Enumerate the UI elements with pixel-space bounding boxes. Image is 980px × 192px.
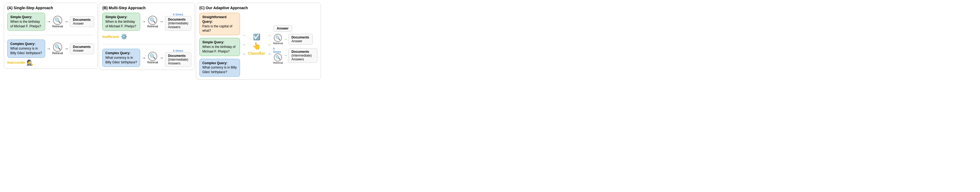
simple-query-box-b: Simple Query: When is the birthday of Mi… <box>102 13 140 30</box>
c-queries: Straightforward Query: Paris is the capi… <box>199 13 240 77</box>
section-a-row1: Simple Query: When is the birthday of Mi… <box>7 13 94 30</box>
detective-icon: 🕵️ <box>27 59 33 66</box>
simple-query-text-b: When is the birthday of Michael F. Phelp… <box>105 20 136 28</box>
straightforward-query-label-c: Straightforward Query: <box>202 15 237 24</box>
ans-b1: (Intermediate) Answers <box>168 21 188 29</box>
arrow-b2b: → <box>159 56 164 61</box>
arrow-b1: → <box>142 19 146 24</box>
retrieval-icon-c3: 🔍 <box>274 53 282 61</box>
simple-query-label-a: Simple Query: <box>10 15 42 19</box>
simple-query-label-b: Simple Query: <box>105 15 137 19</box>
complex-query-box-c: Complex Query: What currency is in Billy… <box>199 59 240 77</box>
classifier-label: Classifier <box>248 51 265 56</box>
result-box-a1: Documents Answer <box>70 16 94 27</box>
ans-c2: Answer <box>291 39 302 43</box>
complex-query-text-a: What currency is in Billy Giles' birthpl… <box>10 46 42 55</box>
retrieval-icon-c2: 🔍 <box>274 34 282 42</box>
arrow-c2-out: → <box>284 37 287 41</box>
section-a-title: (A) Single-Step Approach <box>7 6 94 10</box>
docs-b1: Documents <box>168 18 188 21</box>
result-box-b2: Documents (Intermediate) Answers <box>165 52 191 67</box>
section-b-rows: Simple Query: When is the birthday of Mi… <box>102 13 191 67</box>
arrow-a2: → <box>46 46 51 51</box>
docs-a1: Documents <box>73 18 91 22</box>
arrow-c-out-blue: → <box>267 52 271 56</box>
complex-query-box-b: Complex Query: What currency is in Billy… <box>102 49 140 67</box>
complex-query-label-a: Complex Query: <box>10 42 42 46</box>
c-outputs: Answer 🔍 Retrieval → Documents Answer <box>273 25 317 64</box>
loop-label-b2: k times <box>173 49 183 52</box>
complex-query-label-c: Complex Query: <box>202 61 237 66</box>
retrieval-c2: 🔍 Retrieval <box>273 34 283 45</box>
complex-query-box-a: Complex Query: What currency is in Billy… <box>7 40 45 58</box>
retrieval-b2: 🔍 Retrieval <box>147 52 158 64</box>
retrieval-label-a2: Retrieval <box>52 52 63 55</box>
result-box-c3: Documents (Intermediate) Answers <box>288 48 317 63</box>
answer-label-c1: Answer <box>277 27 288 30</box>
simple-query-text-c: When is the birthday of Michael F. Phelp… <box>202 45 235 53</box>
retrieval-label-a1: Retrieval <box>52 25 63 28</box>
retrieval-label-c3: Retrieval <box>273 61 283 64</box>
straightforward-query-text-c: Paris is the capital of what? <box>202 24 232 33</box>
section-a-row2-wrap: Complex Query: What currency is in Billy… <box>7 40 94 66</box>
c-arrows-out: → → → <box>267 33 271 56</box>
result-box-a2: Documents Answer <box>70 43 94 54</box>
section-c-title: (C) Our Adaptive Approach <box>199 6 317 10</box>
ans-c3: (Intermediate) Answers <box>291 54 312 61</box>
arrow-c-orange: → <box>242 33 246 38</box>
ans-a2: Answer <box>73 49 84 53</box>
section-a-row2: Complex Query: What currency is in Billy… <box>7 40 94 58</box>
retrieval-label-b1: Retrieval <box>147 25 158 28</box>
answer-box-c1: Answer <box>273 25 292 32</box>
simple-query-label-c: Simple Query: <box>202 40 237 45</box>
result-box-c2: Documents Answer <box>288 34 313 45</box>
checkbox-icon: ☑️ <box>253 34 260 41</box>
retrieval-label-c2: Retrieval <box>273 42 283 45</box>
section-c-body: Straightforward Query: Paris is the capi… <box>199 13 317 77</box>
result-box-b1: Documents (Intermediate) Answers <box>165 16 191 30</box>
docs-b2: Documents <box>168 54 188 58</box>
c-output-3: k times 🔍 Retrieval → Documents (Interme… <box>273 47 317 64</box>
c-output-1: Answer <box>273 25 317 32</box>
loop-label-c3: k times <box>273 47 283 53</box>
arrow-c-green: → <box>242 43 246 47</box>
complex-query-text-b: What currency is in Billy Giles' birthpl… <box>105 56 137 64</box>
arrow-b1b: → <box>159 19 164 24</box>
simple-query-box-c: Simple Query: When is the birthday of Mi… <box>199 38 240 56</box>
section-b-row1: Simple Query: When is the birthday of Mi… <box>102 13 191 30</box>
gear-icon: ⚙️ <box>121 33 127 40</box>
retrieval-icon-b2: 🔍 <box>148 52 157 61</box>
docs-c3: Documents <box>291 50 314 54</box>
simple-query-text-a: When is the birthday of Michael F. Phelp… <box>10 20 41 28</box>
arrow-c-blue: → <box>242 52 246 56</box>
retrieval-icon-a2: 🔍 <box>53 43 62 52</box>
main-diagram: (A) Single-Step Approach Simple Query: W… <box>4 3 321 80</box>
c-output-3-flow: k times 🔍 Retrieval → Documents (Interme… <box>273 47 317 64</box>
inaccurate-row: Inaccurate 🕵️ <box>7 59 94 66</box>
loop-result-b2: k times Documents (Intermediate) Answers <box>165 49 191 67</box>
retrieval-a1: 🔍 Retrieval <box>52 16 63 28</box>
complex-query-text-c: What currency is in Billy Giles' birthpl… <box>202 66 237 74</box>
c-output-2: 🔍 Retrieval → Documents Answer <box>273 34 317 45</box>
retrieval-b1: 🔍 Retrieval <box>147 16 158 28</box>
retrieval-label-b2: Retrieval <box>147 61 158 64</box>
ans-a1: Answer <box>73 22 84 26</box>
inefficient-label: Inefficient <box>102 35 119 39</box>
docs-c2: Documents <box>291 35 310 39</box>
section-b-title: (B) Multi-Step Approach <box>102 6 191 10</box>
retrieval-icon-a1: 🔍 <box>53 16 62 25</box>
ans-b2: (Intermediate) Answers <box>168 58 188 65</box>
docs-a2: Documents <box>73 45 91 49</box>
simple-query-box-a: Simple Query: When is the birthday of Mi… <box>7 13 45 30</box>
retrieval-icon-b1: 🔍 <box>148 16 157 25</box>
hand-pointer-icon: 👆 <box>252 42 261 50</box>
section-b-row2: Complex Query: What currency is in Billy… <box>102 49 191 67</box>
loop-retrieval-c3: k times 🔍 Retrieval <box>273 47 283 64</box>
arrow-c-out-green: → <box>267 43 271 47</box>
c-arrows-in: → → → <box>242 33 246 56</box>
arrow-b2: → <box>142 56 146 61</box>
section-c: (C) Our Adaptive Approach Straightforwar… <box>196 3 321 80</box>
arrow-c3-out: → <box>284 53 287 58</box>
loop-result-b1: k times Documents (Intermediate) Answers <box>165 13 191 30</box>
arrow-c-out-orange: → <box>267 33 271 38</box>
